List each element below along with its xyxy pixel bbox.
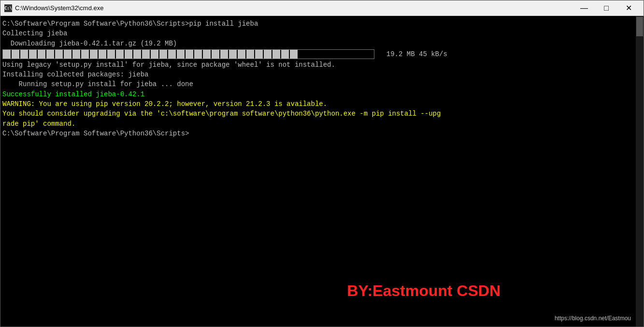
terminal-line-8: Successfully installed jieba-0.42.1	[2, 89, 634, 99]
terminal-line-6: Installing collected packages: jieba	[2, 70, 634, 79]
terminal-line-7: Running setup.py install for jieba ... d…	[2, 79, 634, 89]
window-controls: — □ ✕	[573, 0, 640, 16]
maximize-button[interactable]: □	[595, 0, 617, 16]
terminal-line-13: C:\Software\Program Software\Python36\Sc…	[2, 129, 634, 138]
terminal-line-5: Using legacy 'setup.py install' for jieb…	[2, 60, 634, 70]
scrollbar[interactable]	[636, 16, 644, 327]
window-title: C:\Windows\System32\cmd.exe	[15, 4, 573, 12]
terminal-line-3: Downloading jieba-0.42.1.tar.gz (19.2 MB…	[2, 39, 634, 48]
progress-row: 19.2 MB 45 kB/s	[2, 49, 634, 59]
minimize-button[interactable]: —	[573, 0, 595, 16]
terminal-line-11: rade pip' command.	[2, 119, 634, 129]
terminal-line-2: Collecting jieba	[2, 29, 634, 38]
scrollbar-thumb[interactable]	[636, 17, 643, 36]
watermark-url: https://blog.csdn.net/Eastmou	[555, 315, 631, 322]
terminal-line-10: You should consider upgrading via the 'c…	[2, 109, 634, 119]
titlebar: C:\ C:\Windows\System32\cmd.exe — □ ✕	[0, 0, 644, 16]
app-icon: C:\	[4, 4, 12, 12]
terminal[interactable]: C:\Software\Program Software\Python36\Sc…	[0, 16, 636, 327]
content-area: C:\Software\Program Software\Python36\Sc…	[0, 16, 644, 327]
watermark-text: BY:Eastmount CSDN	[347, 282, 501, 300]
terminal-line-9: WARNING: You are using pip version 20.2.…	[2, 99, 634, 109]
terminal-line-1: C:\Software\Program Software\Python36\Sc…	[2, 19, 634, 29]
progress-bar	[2, 49, 374, 59]
progress-speed: 19.2 MB 45 kB/s	[378, 50, 447, 58]
close-button[interactable]: ✕	[617, 0, 640, 16]
cmd-window: C:\ C:\Windows\System32\cmd.exe — □ ✕ C:…	[0, 0, 644, 327]
